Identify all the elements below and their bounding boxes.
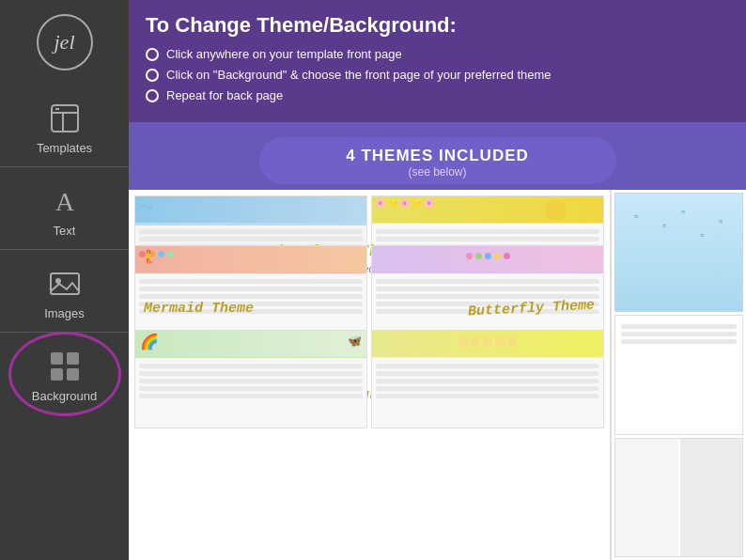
instruction-title: To Change Theme/Background:: [146, 13, 729, 38]
sidebar-item-templates[interactable]: Templates: [0, 85, 129, 167]
grid-line: [139, 371, 363, 376]
dot: [504, 253, 510, 259]
bird-icon-5: ≈: [719, 217, 723, 226]
dino-grid-lines-1: [135, 357, 366, 405]
morning-header-1: 〜: [135, 196, 366, 223]
sidebar: jel Templates A Text: [0, 0, 129, 560]
template-icon: [46, 100, 84, 137]
radio-circle-2: [146, 69, 159, 82]
background-icon: [46, 348, 84, 385]
bird-icon-2: ≈: [662, 222, 666, 230]
themes-header-subtitle: (see below): [278, 165, 598, 179]
radio-circle-1: [146, 48, 159, 61]
svg-point-6: [55, 278, 61, 284]
mermaid-dots: [135, 246, 366, 262]
butterfly-header: [372, 246, 603, 272]
background-label: Background: [32, 389, 97, 403]
dino-grid-lines-2: [372, 357, 603, 405]
right-grid-lines-1: [615, 316, 742, 352]
egg-icon: [471, 335, 480, 348]
radio-circle-3: [146, 89, 159, 102]
grid-line: [139, 279, 363, 284]
grid-line: [376, 386, 599, 391]
grid-line: [376, 279, 599, 284]
grid-line: [621, 332, 737, 336]
dot: [485, 253, 491, 259]
templates-label: Templates: [37, 141, 92, 155]
sidebar-logo: jel: [0, 0, 129, 85]
content-area: 〜: [129, 190, 746, 560]
themes-scroll-container: 〜: [129, 190, 610, 560]
grid-line: [621, 339, 737, 344]
grid-line: [376, 371, 599, 376]
butterfly-icon: 🦋: [348, 334, 362, 348]
themes-header-title: 4 THEMES INCLUDED: [278, 147, 598, 165]
sidebar-item-text[interactable]: A Text: [0, 167, 129, 250]
right-preview-panel: ≈ ≈ ≈ ≈ ≈: [610, 190, 746, 560]
images-label: Images: [44, 306, 85, 320]
dinosaur-section: 🌈 🦋: [134, 330, 604, 411]
egg-icon: [458, 335, 468, 348]
grid-line: [376, 364, 599, 368]
dinosaur-grid: 🌈 🦋: [134, 330, 604, 428]
instruction-step-2: Click on "Background" & choose the front…: [146, 68, 729, 82]
dot: [475, 253, 482, 259]
grid-line: [376, 229, 599, 234]
egg-icon: [507, 335, 517, 348]
sidebar-item-images[interactable]: Images: [0, 250, 129, 333]
flower-icon: 🌸: [424, 198, 434, 208]
flower-icon: ⭐: [412, 198, 422, 208]
svg-text:A: A: [54, 187, 74, 216]
flower-icon: 🌸: [399, 198, 410, 208]
grid-line: [376, 287, 599, 291]
dino-cell-1[interactable]: 🌈 🦋: [134, 330, 367, 428]
svg-rect-9: [51, 368, 63, 381]
themes-grid-scroll[interactable]: 〜: [129, 190, 610, 560]
butterfly-dots: [372, 246, 603, 266]
grid-line: [139, 287, 363, 291]
themes-header: 4 THEMES INCLUDED (see below): [259, 137, 616, 184]
instruction-panel: To Change Theme/Background: Click anywhe…: [129, 0, 746, 122]
mermaid-theme-label: Mermaid Theme: [144, 301, 254, 317]
dino-cell-2[interactable]: [371, 330, 604, 428]
mermaid-header: 🧜: [135, 246, 366, 272]
rainbow-icon: 🌈: [140, 333, 159, 350]
butterfly-theme-label: Butterfly Theme: [468, 297, 596, 319]
right-preview-cell-3: [614, 438, 743, 557]
bird-icon-4: ≈: [700, 231, 704, 240]
instruction-step-3: Repeat for back page: [146, 88, 729, 102]
right-cell-divider: [615, 439, 742, 556]
instruction-list: Click anywhere on your template front pa…: [146, 47, 729, 102]
egg-icon: [483, 335, 492, 348]
dino-eggs: [372, 331, 603, 352]
flower-row: 🌸 ⭐ 🌸 ⭐ 🌸: [372, 196, 603, 210]
egg-icon: [495, 335, 505, 348]
sky-background: [615, 194, 742, 311]
mermaid-butterfly-section: 🧜: [134, 245, 604, 326]
svg-rect-8: [67, 352, 79, 365]
logo: jel: [37, 14, 93, 70]
dino-header-1: 🌈 🦋: [135, 331, 366, 357]
flower-icon: ⭐: [387, 198, 397, 208]
dot: [167, 251, 174, 257]
svg-rect-10: [67, 368, 79, 381]
sidebar-item-background[interactable]: Background: [0, 333, 129, 414]
grid-line: [376, 379, 599, 383]
dino-header-2: [372, 331, 603, 357]
grid-line: [139, 364, 363, 368]
text-label: Text: [54, 224, 76, 238]
main-content: To Change Theme/Background: Click anywhe…: [129, 0, 746, 560]
grid-line: [139, 386, 363, 391]
svg-rect-5: [51, 273, 79, 294]
mermaid-butterfly-labels: Mermaid Theme Butterfly Theme: [134, 301, 604, 326]
morning-header-2: 🌸 ⭐ 🌸 ⭐ 🌸: [372, 196, 603, 223]
instruction-step-1: Click anywhere on your template front pa…: [146, 47, 729, 61]
right-preview-cell-1: ≈ ≈ ≈ ≈ ≈: [614, 193, 743, 312]
right-cell-half-2: [680, 439, 743, 556]
grid-line: [139, 379, 363, 383]
grid-line: [139, 229, 363, 234]
grid-line: [139, 394, 363, 398]
morning-theme-section: 〜: [134, 195, 604, 241]
flower-icon: 🌸: [375, 198, 385, 208]
mermaid-icon: 🧜: [140, 249, 156, 264]
